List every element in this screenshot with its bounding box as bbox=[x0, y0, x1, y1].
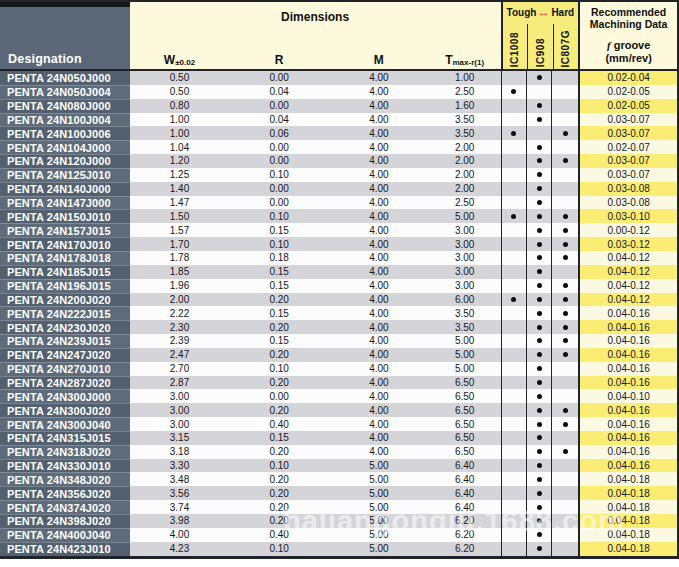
ic908-cell bbox=[526, 362, 551, 376]
ic1008-cell bbox=[501, 293, 527, 307]
w-cell: 1.40 bbox=[130, 182, 230, 196]
r-cell: 0.10 bbox=[229, 209, 329, 223]
w-cell: 1.96 bbox=[130, 279, 230, 293]
m-cell: 4.00 bbox=[329, 99, 429, 113]
recommended-title: Recommended Machining Data bbox=[580, 6, 677, 30]
fgroove-cell: 0.04-0.16 bbox=[578, 417, 677, 431]
designation-cell: PENTA 24N300J040 bbox=[0, 417, 130, 431]
m-cell: 5.00 bbox=[329, 500, 429, 514]
m-cell: 4.00 bbox=[329, 265, 429, 279]
fgroove-cell: 0.04-0.16 bbox=[578, 403, 677, 417]
tmax-cell: 6.50 bbox=[429, 417, 501, 431]
ic1008-cell bbox=[501, 154, 527, 168]
grade-dot-icon bbox=[563, 422, 568, 427]
ic908-cell bbox=[526, 182, 551, 196]
hard-label: Hard bbox=[551, 7, 574, 18]
grade-dot-icon bbox=[537, 394, 542, 399]
top-black-strip bbox=[0, 2, 130, 7]
designation-cell: PENTA 24N170J010 bbox=[0, 237, 130, 251]
r-cell: 0.15 bbox=[229, 279, 329, 293]
tmax-cell: 6.40 bbox=[429, 500, 501, 514]
designation-cell: PENTA 24N222J015 bbox=[0, 306, 130, 320]
tmax-cell: 3.00 bbox=[429, 237, 501, 251]
fgroove-cell: 0.04-0.18 bbox=[578, 528, 677, 542]
m-cell: 4.00 bbox=[329, 348, 429, 362]
tmax-cell: 3.50 bbox=[429, 306, 501, 320]
fgroove-cell: 0.04-0.18 bbox=[578, 542, 677, 556]
ic807g-cell bbox=[551, 113, 578, 127]
designation-cell: PENTA 24N247J020 bbox=[0, 348, 130, 362]
r-cell: 0.10 bbox=[229, 168, 329, 182]
tmax-cell: 6.50 bbox=[429, 445, 501, 459]
grade-dot-icon bbox=[537, 546, 542, 551]
fgroove-cell: 0.04-0.16 bbox=[578, 445, 677, 459]
recommended-line2: Machining Data bbox=[580, 18, 677, 30]
w-cell: 3.48 bbox=[130, 472, 230, 486]
grade-dot-icon bbox=[537, 145, 542, 150]
fgroove-cell: 0.04-0.18 bbox=[578, 486, 677, 500]
designation-cell: PENTA 24N330J010 bbox=[0, 459, 130, 473]
table-row: PENTA 24N104J000 1.04 0.00 4.00 2.00 0.0… bbox=[0, 140, 677, 154]
ic908-cell bbox=[526, 486, 551, 500]
ic807g-cell bbox=[551, 334, 578, 348]
table-row: PENTA 24N318J020 3.18 0.20 4.00 6.50 0.0… bbox=[0, 445, 677, 459]
grade-dot-icon bbox=[537, 366, 542, 371]
m-cell: 4.00 bbox=[329, 182, 429, 196]
fgroove-cell: 0.04-0.16 bbox=[578, 362, 677, 376]
fgroove-cell: 0.04-0.16 bbox=[578, 459, 677, 473]
w-cell: 2.47 bbox=[130, 348, 230, 362]
fgroove-cell: 0.04-0.18 bbox=[578, 500, 677, 514]
ic807g-cell bbox=[551, 376, 578, 390]
m-cell: 4.00 bbox=[329, 196, 429, 210]
fgroove-cell: 0.04-0.16 bbox=[578, 348, 677, 362]
ic908-cell bbox=[526, 265, 551, 279]
m-cell: 4.00 bbox=[329, 154, 429, 168]
w-cell: 0.50 bbox=[130, 71, 230, 85]
m-cell: 4.00 bbox=[329, 251, 429, 265]
ic1008-cell bbox=[501, 417, 527, 431]
fgroove-cell: 0.04-0.12 bbox=[578, 279, 677, 293]
table-row: PENTA 24N287J020 2.87 0.20 4.00 6.50 0.0… bbox=[0, 376, 677, 390]
fgroove-cell: 0.03-0.12 bbox=[578, 237, 677, 251]
table-row: PENTA 24N080J000 0.80 0.00 4.00 1.60 0.0… bbox=[0, 99, 677, 113]
tmax-cell: 6.20 bbox=[429, 514, 501, 528]
ic807g-cell bbox=[551, 445, 578, 459]
grade-dot-icon bbox=[563, 158, 568, 163]
designation-cell: PENTA 24N157J015 bbox=[0, 223, 130, 237]
table-row: PENTA 24N348J020 3.48 0.20 5.00 6.40 0.0… bbox=[0, 472, 677, 486]
designation-cell: PENTA 24N400J040 bbox=[0, 528, 130, 542]
ic1008-cell bbox=[501, 196, 527, 210]
ic908-cell bbox=[526, 459, 551, 473]
grade-dot-icon bbox=[537, 283, 542, 288]
catalog-page: Designation Dimensions W±0.02 R M Tmax-r… bbox=[0, 0, 679, 567]
ic1008-cell bbox=[501, 140, 527, 154]
designation-cell: PENTA 24N178J018 bbox=[0, 251, 130, 265]
table-row: PENTA 24N140J000 1.40 0.00 4.00 2.00 0.0… bbox=[0, 182, 677, 196]
tmax-cell: 6.40 bbox=[429, 486, 501, 500]
ic807g-cell bbox=[551, 459, 578, 473]
ic1008-cell bbox=[501, 168, 527, 182]
r-cell: 0.15 bbox=[229, 431, 329, 445]
recommended-header-cell: Recommended Machining Data f groove (mm/… bbox=[578, 2, 677, 69]
ic908-cell bbox=[526, 154, 551, 168]
designation-cell: PENTA 24N100J006 bbox=[0, 126, 130, 140]
ic807g-cell bbox=[551, 168, 578, 182]
fgroove-label: f groove bbox=[580, 39, 677, 52]
r-cell: 0.10 bbox=[229, 362, 329, 376]
ic908-cell bbox=[526, 293, 551, 307]
tmax-cell: 3.50 bbox=[429, 320, 501, 334]
r-cell: 0.00 bbox=[229, 196, 329, 210]
table-header: Designation Dimensions W±0.02 R M Tmax-r… bbox=[0, 2, 677, 71]
w-cell: 4.00 bbox=[130, 528, 230, 542]
grade-column-headers: IC1008 IC908 IC807G bbox=[503, 24, 579, 69]
tmax-cell: 6.50 bbox=[429, 403, 501, 417]
w-cell: 3.00 bbox=[130, 403, 230, 417]
ic908-cell bbox=[526, 251, 551, 265]
grade-dot-icon bbox=[537, 380, 542, 385]
designation-cell: PENTA 24N423J010 bbox=[0, 542, 130, 556]
ic807g-cell bbox=[551, 293, 578, 307]
w-cell: 1.50 bbox=[130, 209, 230, 223]
ic807g-cell bbox=[551, 71, 578, 85]
designation-cell: PENTA 24N270J010 bbox=[0, 362, 130, 376]
fgroove-cell: 0.04-0.12 bbox=[578, 251, 677, 265]
